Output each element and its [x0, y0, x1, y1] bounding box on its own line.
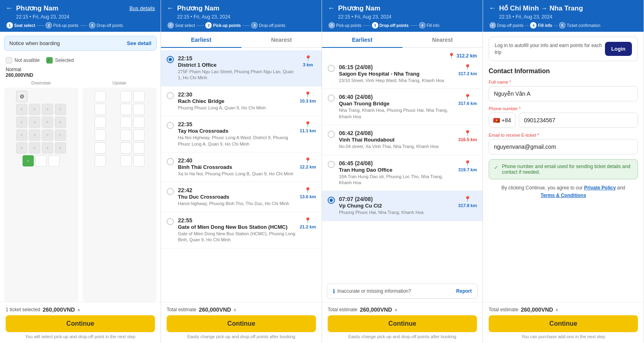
location-icon: 📍: [304, 187, 311, 193]
seat[interactable]: [133, 129, 144, 141]
location-icon: 📍: [304, 91, 311, 98]
dropoff-item-selected[interactable]: 07:07 (24/08) Vp Chung Cu Ct2 Phuong Phu…: [322, 191, 483, 221]
radio-button[interactable]: [328, 131, 335, 138]
login-button[interactable]: Login: [605, 42, 632, 56]
dropoff-item[interactable]: 06:45 (24/08) Tran Hung Dao Office 18A T…: [322, 155, 483, 191]
seat[interactable]: [120, 129, 132, 141]
radio-button[interactable]: [167, 188, 174, 195]
radio-button[interactable]: [328, 94, 335, 102]
seat[interactable]: ✕: [16, 142, 27, 154]
email-input[interactable]: [489, 139, 638, 154]
report-link[interactable]: Report: [456, 288, 472, 294]
pickup-item[interactable]: 22:35 Tay Hoa Crossroads Ha Noi Highway,…: [161, 116, 322, 152]
seat[interactable]: ✕: [29, 142, 40, 154]
seat[interactable]: ✕: [29, 117, 40, 128]
radio-button[interactable]: [328, 65, 335, 72]
seat[interactable]: [120, 155, 132, 166]
pickup-item[interactable]: 22:15 District 1 Office 275F Pham Ngu La…: [161, 50, 322, 86]
seat[interactable]: ✕: [16, 117, 27, 128]
ticket-price: 260,000VND: [43, 306, 75, 313]
radio-button[interactable]: [167, 92, 174, 99]
phone-row: 🇻🇳 +84: [489, 113, 638, 128]
back-button-p1[interactable]: ←: [6, 4, 13, 12]
pickup-item[interactable]: 22:42 Thu Duc Crossroads Hanoi highway, …: [161, 182, 322, 212]
seat[interactable]: ✕: [16, 104, 27, 115]
report-bar: ℹ Inaccurate or missing information? Rep…: [327, 283, 478, 299]
fullname-field-group: Full name *: [489, 80, 638, 101]
terms-conditions-link[interactable]: Terms & Conditions: [541, 193, 586, 198]
seat[interactable]: ✕: [42, 142, 53, 154]
chevron-up-icon[interactable]: ∧: [233, 308, 236, 312]
radio-button[interactable]: [328, 161, 335, 168]
seat[interactable]: [120, 142, 132, 154]
phone-input[interactable]: [519, 113, 638, 128]
tab-earliest-d[interactable]: Earliest: [322, 32, 402, 48]
chevron-up-icon[interactable]: ∧: [77, 308, 80, 312]
bc-label-1: Seat select: [14, 23, 35, 28]
bc-step-2: 2 Pick-up points: [45, 22, 78, 29]
seat[interactable]: ✕: [42, 129, 53, 141]
bc-label-3: Drop-off points: [97, 23, 123, 28]
fullname-label: Full name *: [489, 80, 638, 84]
pickup-item[interactable]: 22:30 Rach Chiec Bridge Phuong Phuoc Lon…: [161, 86, 322, 116]
back-button-p3[interactable]: ←: [328, 4, 335, 12]
radio-button[interactable]: [167, 218, 174, 225]
fullname-input[interactable]: [489, 86, 638, 101]
seat[interactable]: [133, 104, 144, 115]
private-policy-link[interactable]: Private Policy: [584, 185, 616, 191]
seat[interactable]: ✕: [55, 117, 66, 128]
radio-button[interactable]: [167, 122, 174, 129]
seat[interactable]: ✕: [29, 104, 40, 115]
seat[interactable]: ✕: [29, 129, 40, 141]
continue-button-p1[interactable]: Continue: [6, 315, 155, 332]
back-button-p4[interactable]: ←: [489, 4, 496, 12]
dropoff-item[interactable]: 06:15 (24/08) Saigon Eye Hospital - Nha …: [322, 59, 483, 89]
phone-prefix[interactable]: 🇻🇳 +84: [489, 113, 516, 128]
seat[interactable]: [120, 117, 132, 128]
seat[interactable]: ✕: [55, 104, 66, 115]
back-button-p2[interactable]: ←: [167, 4, 174, 12]
seat[interactable]: [48, 155, 60, 166]
see-detail-link[interactable]: See detail: [127, 40, 151, 46]
radio-button[interactable]: [167, 56, 174, 63]
seat[interactable]: ✕: [55, 142, 66, 154]
panel3-header: ← Phương Nam 22:15 • Fri, Aug 23, 2024 ✓…: [322, 0, 483, 32]
dropoff-item[interactable]: 06:42 (24/08) Vinh Thai Roundabout No.04…: [322, 125, 483, 155]
seat[interactable]: ✕: [16, 129, 27, 141]
seat[interactable]: [120, 91, 132, 102]
seat[interactable]: [95, 142, 106, 154]
continue-button-p3[interactable]: Continue: [328, 315, 477, 332]
location-icon: 📍: [464, 94, 471, 100]
seat[interactable]: ✕: [42, 117, 53, 128]
seat[interactable]: [133, 142, 144, 154]
seat[interactable]: [133, 91, 144, 102]
seat[interactable]: [95, 155, 106, 166]
continue-button-p2[interactable]: Continue: [167, 315, 316, 332]
seat[interactable]: [133, 155, 144, 166]
pickup-item[interactable]: 22:40 Binh Thái Crossroads Xa lo Ha Noi,…: [161, 152, 322, 182]
seat[interactable]: ✕: [55, 129, 66, 141]
downstairs-deck: Downstair 🔘 ✕ ✕ ✕ ✕ ✕ ✕ ✕: [4, 80, 78, 302]
tab-nearest-d[interactable]: Nearest: [402, 32, 483, 48]
seat[interactable]: [95, 91, 106, 102]
pickup-item[interactable]: 22:55 Gate of Mien Dong New Bus Station …: [161, 212, 322, 249]
radio-button[interactable]: [167, 158, 174, 165]
seat[interactable]: [35, 155, 47, 166]
chevron-up-icon[interactable]: ∧: [394, 308, 397, 312]
tab-earliest[interactable]: Earliest: [161, 32, 242, 48]
seat[interactable]: [133, 117, 144, 128]
dropoff-item[interactable]: 06:40 (24/08) Quan Truong Bridge Nha Tra…: [322, 89, 483, 125]
bus-details-link[interactable]: Bus details: [129, 5, 155, 11]
radio-button[interactable]: [328, 197, 335, 204]
chevron-up-icon[interactable]: ∧: [555, 308, 558, 312]
seat[interactable]: [95, 104, 106, 115]
seat[interactable]: ✕: [42, 104, 53, 115]
continue-button-p4[interactable]: Continue: [489, 315, 638, 332]
tab-nearest[interactable]: Nearest: [242, 32, 322, 48]
panel-seat-select: ← Phương Nam Bus details 22:15 • Fri, Au…: [0, 0, 161, 343]
seat[interactable]: [95, 129, 106, 141]
seat[interactable]: [95, 117, 106, 128]
header-subtitle-p4: 22:15 • Fri, Aug 23, 2024: [499, 14, 638, 20]
seat[interactable]: [120, 104, 132, 115]
seat-selected[interactable]: ✓: [23, 155, 34, 166]
